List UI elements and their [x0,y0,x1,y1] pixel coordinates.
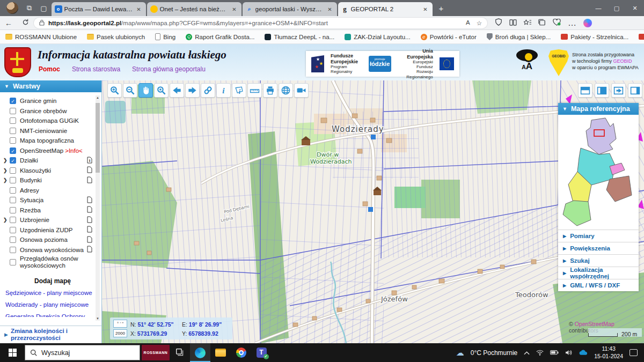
bookmark-item[interactable]: ZAK-Dział Layoutu... [345,34,410,40]
rossmann-app-button[interactable]: ROSSMANN [142,345,170,360]
tab-search[interactable]: ⌕ geoportal łaski - Wyszukaj ✕ [243,2,337,16]
layer-row[interactable]: ❯Uzbrojenie [3,215,102,225]
tab-poczta[interactable]: o Poczta — Dawid Lewandowski — ✕ [52,2,146,16]
copilot-icon[interactable] [583,19,592,27]
bookmark-item[interactable]: ROSSMANN Ulubione [5,34,77,40]
help-link[interactable]: Pomoc [39,65,60,73]
reference-panel-header[interactable]: ▼Mapa referencyjna [558,103,639,115]
checkbox[interactable] [10,247,16,253]
metadata-doc-icon[interactable] [87,206,92,214]
layer-order-link[interactable]: ▶ Zmiana kolejności i przezroczystości [0,326,101,343]
close-button[interactable]: ✕ [626,0,644,16]
layer-row[interactable]: ❯Budynki [3,175,102,186]
metadata-doc-icon[interactable] [87,196,92,204]
camera-icon[interactable] [294,83,309,98]
openstreetmap-link[interactable]: OpenStreetMap [575,321,614,327]
close-tab-icon[interactable]: ✕ [230,6,238,12]
start-button[interactable] [0,343,25,362]
refresh-icon[interactable] [22,19,29,27]
map-link-sedziejowice[interactable]: Sędziejowice - plany miejscowe [3,287,102,299]
layer-row[interactable]: ❯✓Działkii [3,156,102,166]
osm-info-link[interactable]: >Info< [65,147,83,154]
map-link-gdos[interactable]: Generalna Dyrekcja Ochrony [3,311,102,317]
hidden-icons-chevron[interactable] [524,351,530,355]
checkbox[interactable] [10,259,16,265]
panel-top-icon[interactable] [578,83,592,98]
layer-row[interactable]: Uzgodnienia ZUDP [3,225,102,235]
layer-row[interactable]: ✓Granice gmin [3,96,102,106]
minimize-button[interactable]: — [589,0,608,16]
select-info-icon[interactable]: i [232,83,246,98]
layer-row[interactable]: Adresy [3,186,102,196]
accordion-lokalizacja[interactable]: ▶Lokalizacja współrzędnej [558,267,639,279]
layer-row[interactable]: Osnowa pozioma [3,235,102,245]
globe-icon[interactable] [279,83,293,98]
checkbox[interactable] [10,117,16,124]
metadata-doc-icon[interactable] [87,246,92,254]
accordion-gml-wfs-dxf[interactable]: ▶GML / WFS / DXF [558,279,639,291]
starostwo-link[interactable]: Strona starostwa [72,65,120,73]
scroll-down-arrow-icon[interactable]: ▼ [96,317,100,320]
extensions-icon[interactable] [495,18,502,28]
bookmark-item[interactable]: Bing [155,33,175,40]
task-view-button[interactable] [170,343,190,362]
panel-left-icon[interactable] [595,83,609,98]
accessibility-control[interactable]: AAAA [514,49,540,77]
map-marker[interactable] [368,207,373,212]
tab-actions-icon[interactable]: ⧉ [27,4,32,12]
layer-row[interactable]: ❯Klasoużytki [3,166,102,176]
zoom-out-icon[interactable] [123,83,137,98]
print-icon[interactable] [263,83,277,98]
checkbox[interactable]: ✓ [10,147,16,154]
layer-row[interactable]: Ortofotomapa GUGiK [3,116,102,126]
address-bar[interactable]: https://lask.geoportal2.pl/map/www/mapa.… [34,18,487,28]
close-tab-icon[interactable]: ✕ [326,6,333,12]
expand-chevron-icon[interactable]: ❯ [3,158,10,163]
more-menu-icon[interactable]: … [568,18,576,28]
sidebar-scrollbar[interactable]: ▲ ▼ [96,95,100,321]
scroll-up-arrow-icon[interactable]: ▲ [96,96,100,99]
checkbox[interactable] [10,197,16,203]
map-marker[interactable] [371,135,376,139]
notification-center-icon[interactable] [630,349,638,356]
bookmark-item[interactable]: Tłumacz DeepL - na... [265,34,334,40]
accordion-pomiary[interactable]: ▶Pomiary [558,230,639,242]
vertical-tabs-icon[interactable]: ▢ [40,4,47,12]
collections-icon[interactable] [538,18,546,28]
favorites-list-icon[interactable] [524,18,531,28]
taskbar-search-box[interactable]: Wyszukaj [25,345,140,360]
metadata-doc-icon[interactable] [87,166,92,174]
scale-value[interactable]: 2000 [113,329,127,337]
split-screen-icon[interactable] [509,18,517,28]
bookmark-item[interactable]: QRaport Grafik Dosta... [186,34,254,40]
accordion-powiekszenia[interactable]: ▶Powiększenia [558,242,639,254]
bookmark-item[interactable]: Broń długa | Sklep... [487,33,551,40]
checkbox[interactable] [10,128,16,134]
zoom-box-icon[interactable] [154,83,169,98]
scrollbar-thumb[interactable] [96,103,100,173]
accordion-szukaj[interactable]: ▶Szukaj [558,254,639,267]
layer-row[interactable]: Mapa topograficzna [3,136,102,146]
layer-row[interactable]: Granice obrębów [3,106,102,116]
link-icon[interactable] [201,83,215,98]
metadata-doc-icon[interactable] [87,226,92,234]
layers-panel-header[interactable]: ▼Warstwy [0,80,101,92]
measure-icon[interactable] [247,83,262,98]
layer-row[interactable]: Sytuacja [3,195,102,205]
layer-row[interactable]: Rzeźba [3,205,102,216]
taskbar-teams-icon[interactable]: T [251,343,272,362]
layer-row[interactable]: ✓OpenStreetMap>Info< [3,146,102,156]
tab-geoportal-active[interactable]: g GEOPORTAL 2 ✕ [338,2,433,16]
arrow-forward-icon[interactable] [185,83,200,98]
bookmark-item[interactable]: Pakiety - Strzelnica... [561,34,628,40]
checkbox[interactable]: ✓ [10,157,16,164]
weather-cloud-icon[interactable]: ☁ [456,348,464,358]
layer-row[interactable]: Osnowa wysokościowa [3,245,102,255]
speaker-icon[interactable] [565,350,572,356]
expand-chevron-icon[interactable]: ❯ [3,178,10,183]
taskbar-edge-icon[interactable] [190,343,210,362]
checkbox[interactable] [10,207,16,213]
taskbar-clock[interactable]: 11:4315-01-2024 [594,345,623,359]
tab-onet[interactable]: Onet – Jesteś na bieżąco ✕ [147,2,241,16]
checkbox[interactable] [10,108,16,114]
